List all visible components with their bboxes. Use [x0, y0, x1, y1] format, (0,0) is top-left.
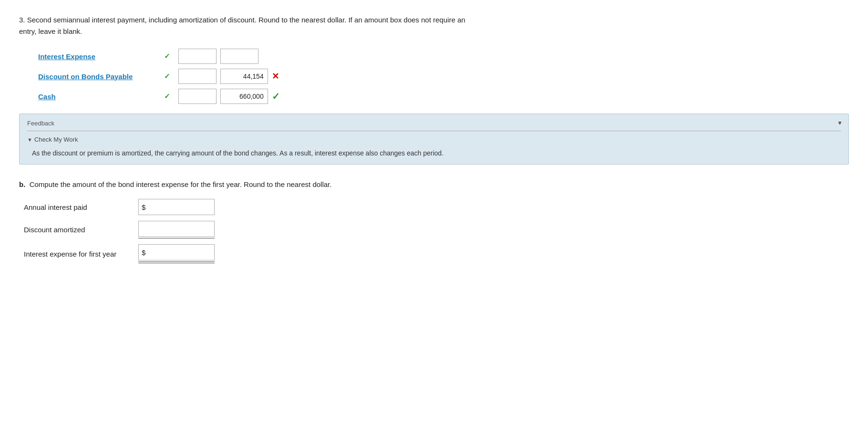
interest-expense-check: ✓: [164, 52, 170, 61]
feedback-box: Feedback ▼ ▼ Check My Work As the discou…: [19, 114, 849, 165]
discount-amortized-input[interactable]: [138, 221, 215, 237]
discount-wrong-icon: ✕: [272, 71, 279, 82]
check-my-work-label: Check My Work: [34, 136, 78, 143]
discount-amortized-row: Discount amortized: [24, 221, 849, 238]
interest-expense-credit-input[interactable]: [220, 49, 258, 64]
dropdown-arrow-icon[interactable]: ▼: [837, 120, 843, 126]
annual-interest-label: Annual interest paid: [24, 203, 138, 211]
interest-expense-year-row: Interest expense for first year $: [24, 244, 849, 263]
discount-bonds-check: ✓: [164, 72, 170, 81]
feedback-divider: [27, 131, 841, 131]
interest-expense-year-dollar: $: [139, 248, 147, 257]
annual-interest-input-wrapper: $: [138, 199, 215, 215]
part-b-section: b. Compute the amount of the bond intere…: [19, 179, 849, 263]
cash-debit-input[interactable]: [178, 89, 217, 104]
annual-interest-row: Annual interest paid $: [24, 199, 849, 215]
cash-check: ✓: [164, 92, 170, 101]
check-my-work-section[interactable]: ▼ Check My Work: [27, 136, 841, 143]
cash-label[interactable]: Cash: [38, 93, 162, 101]
cash-credit-value: 660,000: [220, 89, 268, 104]
question3-text: 3. Second semiannual interest payment, i…: [19, 14, 849, 37]
question3-section: 3. Second semiannual interest payment, i…: [19, 14, 849, 165]
feedback-body: As the discount or premium is amortized,…: [32, 148, 841, 158]
interest-expense-row: Interest Expense ✓: [38, 49, 849, 64]
interest-expense-year-label: Interest expense for first year: [24, 250, 138, 258]
discount-bonds-credit-value: 44,154: [220, 69, 268, 84]
interest-expense-debit-input[interactable]: [178, 49, 217, 64]
cash-row: Cash ✓ 660,000 ✓: [38, 89, 849, 104]
cash-correct-icon: ✓: [272, 91, 280, 102]
journal-entries: Interest Expense ✓ Discount on Bonds Pay…: [38, 49, 849, 104]
annual-interest-input[interactable]: [147, 199, 214, 215]
discount-bonds-debit-input[interactable]: [178, 69, 217, 84]
interest-expense-label[interactable]: Interest Expense: [38, 52, 162, 61]
calc-section: Annual interest paid $ Discount amortize…: [24, 199, 849, 263]
double-separator: [138, 261, 215, 263]
part-b-title: b. Compute the amount of the bond intere…: [19, 179, 849, 190]
annual-interest-dollar: $: [139, 203, 147, 211]
single-separator: [138, 238, 215, 238]
feedback-header: Feedback ▼: [27, 120, 841, 127]
discount-bonds-label[interactable]: Discount on Bonds Payable: [38, 72, 162, 81]
feedback-label: Feedback: [27, 120, 54, 127]
interest-expense-year-input[interactable]: [147, 245, 214, 260]
discount-bonds-row: Discount on Bonds Payable ✓ 44,154 ✕: [38, 69, 849, 84]
triangle-icon: ▼: [27, 137, 32, 143]
discount-amortized-label: Discount amortized: [24, 226, 138, 234]
interest-expense-year-input-wrapper: $: [138, 244, 215, 260]
